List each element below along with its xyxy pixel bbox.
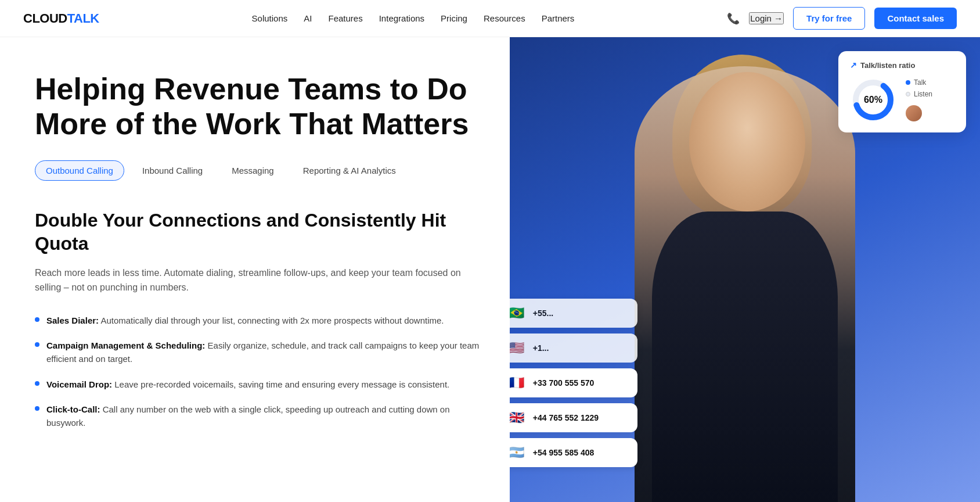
tlc-donut: 60%	[850, 77, 896, 123]
logo-text: CLOUD	[23, 11, 67, 26]
bullet-dot	[35, 406, 39, 411]
number-france: +33 700 555 570	[533, 378, 595, 388]
chart-icon: ↗	[850, 60, 857, 70]
tab-reporting-analytics[interactable]: Reporting & AI Analytics	[292, 160, 407, 181]
legend-listen: Listen	[906, 90, 932, 98]
hero-section: Helping Revenue Teams to Do More of the …	[0, 37, 980, 502]
login-button[interactable]: Login →	[749, 12, 784, 24]
nav-features[interactable]: Features	[329, 13, 363, 23]
listen-dot	[906, 92, 910, 96]
feature-bullets: Sales Dialer: Automatically dial through…	[35, 314, 487, 430]
legend-talk: Talk	[906, 78, 932, 87]
bullet-dot	[35, 317, 39, 322]
feature-tabs: Outbound Calling Inbound Calling Messagi…	[35, 160, 487, 181]
nav-links: Solutions AI Features Integrations Prici…	[252, 13, 575, 23]
hero-heading: Helping Revenue Teams to Do More of the …	[35, 72, 487, 142]
tlc-percent: 60%	[850, 77, 896, 123]
flag-brazil: 🇧🇷	[510, 306, 526, 321]
bullet-click-to-call: Click-to-Call: Call any number on the we…	[35, 403, 487, 430]
tlc-legend: Talk Listen	[906, 78, 932, 121]
number-brazil: +55...	[533, 309, 553, 318]
logo[interactable]: CLOUDTALK	[23, 11, 99, 26]
tab-messaging[interactable]: Messaging	[221, 160, 285, 181]
tlc-chart-area: 60% Talk Listen	[850, 77, 954, 123]
navbar: CLOUDTALK Solutions AI Features Integrat…	[0, 0, 980, 37]
hero-right: ↗ Talk/listen ratio 60% Talk	[510, 37, 980, 502]
tlc-title: Talk/listen ratio	[860, 61, 915, 70]
phone-icon[interactable]: 📞	[727, 12, 740, 25]
try-free-button[interactable]: Try for free	[793, 7, 865, 30]
bullet-sales-dialer: Sales Dialer: Automatically dial through…	[35, 314, 487, 327]
nav-resources[interactable]: Resources	[484, 13, 525, 23]
bullet-dot	[35, 381, 39, 386]
nav-ai[interactable]: AI	[304, 13, 312, 23]
bullet-campaign-management: Campaign Management & Scheduling: Easily…	[35, 339, 487, 366]
listen-label: Listen	[914, 90, 932, 98]
flag-france: 🇫🇷	[510, 375, 526, 390]
tab-inbound-calling[interactable]: Inbound Calling	[131, 160, 214, 181]
number-usa: +1...	[533, 343, 549, 353]
talk-dot	[906, 80, 910, 85]
nav-solutions[interactable]: Solutions	[252, 13, 288, 23]
bullet-dot	[35, 342, 39, 347]
contact-sales-button[interactable]: Contact sales	[874, 8, 957, 29]
phone-cards: 🇧🇷 +55... 🇺🇸 +1... 🇫🇷 +33 700 555 570 🇬🇧…	[510, 299, 637, 467]
nav-pricing[interactable]: Pricing	[441, 13, 467, 23]
phone-card-france: 🇫🇷 +33 700 555 570	[510, 368, 637, 397]
number-uk: +44 765 552 1229	[533, 413, 599, 422]
phone-card-brazil: 🇧🇷 +55...	[510, 299, 637, 328]
phone-card-argentina: 🇦🇷 +54 955 585 408	[510, 438, 637, 467]
tab-outbound-calling[interactable]: Outbound Calling	[35, 160, 124, 181]
tlc-header: ↗ Talk/listen ratio	[850, 60, 954, 70]
nav-right: 📞 Login → Try for free Contact sales	[727, 7, 957, 30]
phone-card-usa: 🇺🇸 +1...	[510, 334, 637, 363]
flag-uk: 🇬🇧	[510, 410, 526, 425]
user-avatar	[906, 105, 922, 121]
flag-argentina: 🇦🇷	[510, 445, 526, 460]
nav-partners[interactable]: Partners	[542, 13, 575, 23]
hero-left: Helping Revenue Teams to Do More of the …	[0, 37, 510, 464]
content-description: Reach more leads in less time. Automate …	[35, 266, 487, 295]
nav-integrations[interactable]: Integrations	[379, 13, 424, 23]
bullet-voicemail-drop: Voicemail Drop: Leave pre-recorded voice…	[35, 378, 487, 391]
content-heading: Double Your Connections and Consistently…	[35, 209, 487, 255]
number-argentina: +54 955 585 408	[533, 448, 595, 457]
flag-usa: 🇺🇸	[510, 340, 526, 356]
talk-listen-card: ↗ Talk/listen ratio 60% Talk	[838, 51, 966, 132]
phone-card-uk: 🇬🇧 +44 765 552 1229	[510, 403, 637, 432]
